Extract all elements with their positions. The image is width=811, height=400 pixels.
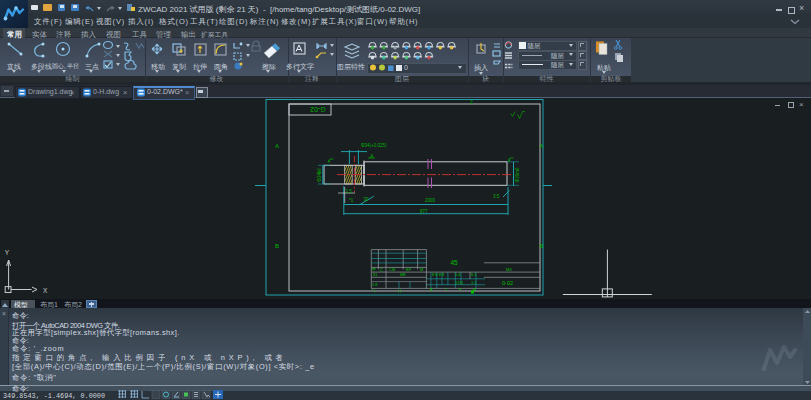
svg-text:A: A xyxy=(539,143,543,149)
svg-text:81: 81 xyxy=(373,272,378,277)
svg-text:G-02: G-02 xyxy=(310,106,326,113)
svg-text:0-02: 0-02 xyxy=(502,280,513,286)
svg-text:M: M xyxy=(420,267,423,272)
svg-text:P: P xyxy=(459,287,462,292)
svg-text:3.5: 3.5 xyxy=(493,194,500,199)
svg-text:A: A xyxy=(275,143,279,149)
svg-text:乙: 乙 xyxy=(380,267,384,272)
svg-text:| |: | | xyxy=(398,288,401,293)
svg-text:8 8 8 8: 8 8 8 8 xyxy=(432,272,445,277)
svg-text:Φ34(+0.025): Φ34(+0.025) xyxy=(361,143,387,148)
svg-text:12号: 12号 xyxy=(455,280,463,285)
svg-text:6.1: 6.1 xyxy=(471,272,477,277)
svg-text:45: 45 xyxy=(450,259,458,266)
svg-text:EP: EP xyxy=(406,267,412,272)
svg-text:Φ24k6: Φ24k6 xyxy=(317,168,322,182)
svg-text:5.4: 5.4 xyxy=(455,272,461,277)
svg-text:Y: Y xyxy=(5,249,10,256)
svg-text:B: B xyxy=(275,243,279,249)
svg-text:Φ30m6: Φ30m6 xyxy=(515,167,520,182)
svg-text:MX: MX xyxy=(506,267,512,272)
svg-text:A: A xyxy=(370,153,374,159)
svg-text:2.5: 2.5 xyxy=(346,189,353,194)
svg-text:*1: *1 xyxy=(349,198,354,203)
svg-text:877: 877 xyxy=(420,209,428,214)
svg-text:CM: CM xyxy=(389,267,395,272)
svg-text:2000: 2000 xyxy=(425,198,436,203)
svg-text:A: A xyxy=(430,287,433,292)
svg-text:2: 2 xyxy=(470,99,473,105)
svg-text:B: B xyxy=(539,243,543,249)
svg-text:1:1: 1:1 xyxy=(471,280,477,285)
svg-text:X: X xyxy=(43,287,48,294)
svg-text:C: C xyxy=(445,287,448,292)
svg-text:30: 30 xyxy=(364,197,370,202)
svg-text:* |: * | xyxy=(372,288,376,293)
svg-text:ME: ME xyxy=(400,272,406,277)
